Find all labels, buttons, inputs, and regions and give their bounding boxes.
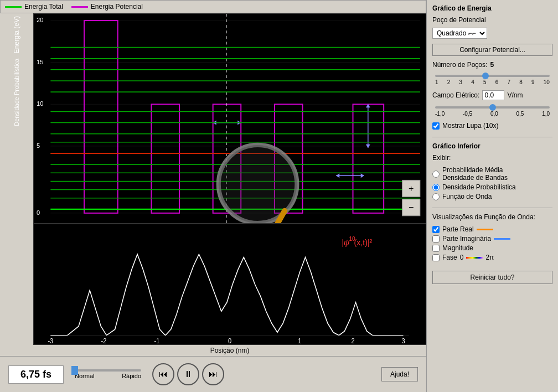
fast-speed-label: Rápido — [122, 373, 141, 379]
divider-2 — [432, 208, 552, 208]
numero-pocos-value: 5 — [490, 61, 494, 69]
exibir-radio-group: Probabilidade MédiaDensidade de Bandas D… — [432, 166, 552, 200]
ajuda-label: Ajuda! — [390, 370, 409, 378]
svg-text:-3: -3 — [48, 337, 53, 344]
parte-real-color-icon — [477, 229, 493, 230]
numero-pocos-slider-labels: 1 2 3 4 5 6 7 8 9 10 — [435, 79, 550, 85]
legend-potential-energy-label: Energia Potencial — [91, 3, 143, 11]
fase-label: Fase — [442, 254, 457, 261]
fase-2pi-label: 2π — [485, 254, 494, 261]
total-energy-line-icon — [5, 6, 22, 8]
parte-real-checkbox[interactable] — [432, 226, 440, 233]
reiniciar-label: Reiniciar tudo? — [470, 274, 514, 281]
mostrar-lupa-checkbox[interactable] — [432, 122, 440, 130]
parte-real-label: Parte Real — [442, 225, 474, 233]
numero-pocos-row: Número de Poços: 5 — [432, 61, 552, 69]
radio-prob-media-input[interactable] — [432, 171, 440, 178]
radio-densidade-probabilistica[interactable]: Densidade Probabilística — [432, 183, 552, 191]
svg-text:|ψ: |ψ — [342, 238, 349, 247]
grafico-energia-title: Gráfico de Energia — [432, 4, 552, 12]
fase-rainbow-icon — [466, 257, 483, 259]
svg-text:3: 3 — [401, 337, 405, 344]
numero-pocos-slider-area[interactable]: 1 2 3 4 5 6 7 8 9 10 — [432, 73, 552, 87]
campo-eletrico-thumb[interactable] — [489, 104, 496, 111]
svg-text:0: 0 — [228, 337, 231, 344]
svg-text:0: 0 — [37, 209, 40, 216]
parte-imaginaria-label: Parte Imaginária — [442, 235, 491, 243]
wave-display-section: Parte Real Parte Imaginária Magnitude Fa… — [432, 225, 552, 263]
radio-densidade-label: Densidade Probabilística — [442, 183, 516, 191]
campo-eletrico-label: Campo Elétrico: — [432, 91, 479, 99]
svg-text:+: + — [409, 183, 414, 193]
parte-imaginaria-color-icon — [494, 238, 510, 240]
poco-potencial-select[interactable]: Quadrado ⌐⌐ — [432, 28, 487, 39]
pause-button[interactable]: ⏸ — [177, 363, 199, 385]
dropdown-row: Quadrado ⌐⌐ — [432, 28, 552, 39]
campo-eletrico-unit: V/nm — [507, 91, 523, 99]
numero-pocos-label: Número de Poços: — [432, 61, 487, 69]
right-panel: Gráfico de Energia Poço de Potencial Qua… — [426, 0, 558, 392]
campo-eletrico-row: Campo Elétrico: V/nm — [432, 90, 552, 100]
svg-text:-2: -2 — [101, 337, 106, 344]
parte-imaginaria-checkbox[interactable] — [432, 235, 440, 243]
fase-0-label: 0 — [460, 254, 464, 261]
visualizacoes-label: Visualizações da Função de Onda: — [432, 213, 552, 221]
svg-text:-1: -1 — [154, 337, 160, 344]
x-axis-label: Posição (nm) — [33, 345, 426, 356]
ajuda-button[interactable]: Ajuda! — [381, 367, 418, 381]
exibir-label: Exibir: — [432, 154, 552, 162]
legend-potential-energy: Energia Potencial — [71, 3, 143, 11]
magnitude-checkbox[interactable] — [432, 245, 440, 252]
numero-pocos-track[interactable] — [435, 75, 550, 77]
magnitude-label: Magnitude — [442, 244, 473, 252]
grafico-inferior-title: Gráfico Inferior — [432, 142, 552, 150]
transport-controls: ⏮ ⏸ ⏭ — [152, 363, 224, 385]
time-value: 6,75 fs — [20, 369, 51, 380]
mostrar-lupa-label: Mostrar Lupa (10x) — [442, 122, 498, 130]
potential-energy-line-icon — [71, 6, 88, 8]
campo-eletrico-slider-area[interactable]: -1,0 -0,5 0,0 0,5 1,0 — [432, 104, 552, 119]
radio-funcao-label: Função de Onda — [442, 193, 492, 200]
svg-text:20: 20 — [37, 17, 43, 23]
x-axis-label-text: Posição (nm) — [210, 347, 250, 354]
mostrar-lupa-row[interactable]: Mostrar Lupa (10x) — [432, 122, 552, 130]
time-display: 6,75 fs — [8, 365, 64, 384]
reiniciar-button[interactable]: Reiniciar tudo? — [432, 271, 552, 284]
poco-potencial-label: Poço de Potencial — [432, 16, 552, 24]
divider-1 — [432, 137, 552, 137]
energy-chart: 20 15 10 5 0 — [33, 13, 426, 224]
radio-funcao-input[interactable] — [432, 193, 440, 200]
speed-slider-area[interactable]: Normal Rápido — [75, 369, 141, 379]
radio-prob-media-label: Probabilidade MédiaDensidade de Bandas — [442, 166, 508, 182]
density-chart: |ψ 10 (x,t)|² -3 -2 -1 0 1 2 3 — [33, 224, 426, 345]
svg-text:15: 15 — [37, 59, 43, 65]
y-axis-energy-label: Energia (eV) — [0, 13, 33, 56]
legend-total-energy-label: Energia Total — [24, 3, 63, 11]
radio-probabilidade-media[interactable]: Probabilidade MédiaDensidade de Bandas — [432, 166, 552, 182]
magnitude-row[interactable]: Magnitude — [432, 244, 552, 252]
radio-funcao-onda[interactable]: Função de Onda — [432, 193, 552, 200]
rewind-button[interactable]: ⏮ — [152, 363, 174, 385]
campo-eletrico-slider-labels: -1,0 -0,5 0,0 0,5 1,0 — [435, 111, 550, 117]
configurar-btn-label: Configurar Potencial... — [459, 46, 525, 54]
svg-text:2: 2 — [351, 337, 354, 344]
bottom-bar: 6,75 fs Normal Rápido ⏮ ⏸ ⏭ Ajuda! — [0, 356, 426, 392]
radio-densidade-input[interactable] — [432, 184, 440, 191]
campo-eletrico-input[interactable] — [482, 90, 504, 100]
svg-text:10: 10 — [37, 100, 43, 107]
step-forward-button[interactable]: ⏭ — [202, 363, 224, 385]
svg-text:−: − — [409, 202, 414, 212]
svg-text:(x,t)|²: (x,t)|² — [354, 238, 373, 247]
legend-bar: Energia Total Energia Potencial — [0, 0, 426, 13]
parte-imaginaria-row[interactable]: Parte Imaginária — [432, 235, 552, 243]
configurar-potencial-button[interactable]: Configurar Potencial... — [432, 44, 552, 56]
fase-row[interactable]: Fase 0 2π — [432, 254, 552, 261]
numero-pocos-thumb[interactable] — [482, 73, 489, 79]
campo-eletrico-track[interactable] — [435, 106, 550, 109]
fase-checkbox[interactable] — [432, 254, 440, 261]
speed-thumb[interactable] — [71, 366, 78, 375]
svg-text:5: 5 — [37, 142, 40, 149]
parte-real-row[interactable]: Parte Real — [432, 225, 552, 233]
y-axis-density-label: Densidade Probabilística — [0, 56, 33, 129]
speed-track[interactable] — [75, 369, 141, 372]
